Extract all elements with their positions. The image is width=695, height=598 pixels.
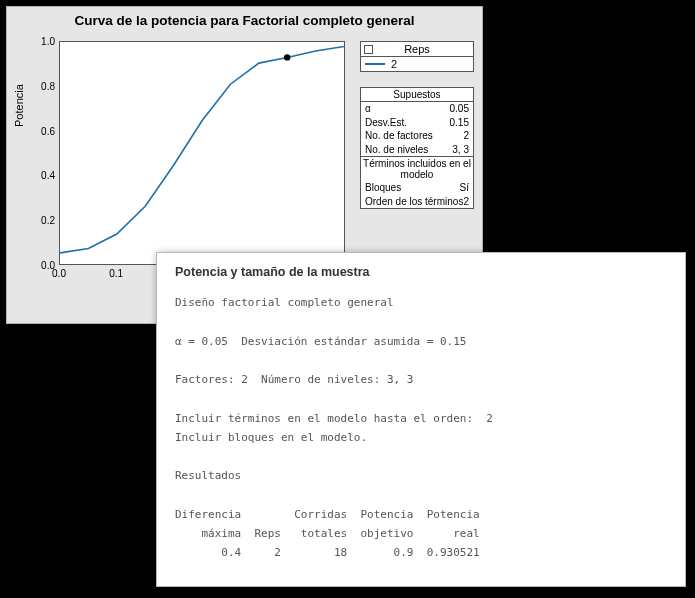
assumption-row: Desv.Est.0.15	[361, 116, 473, 130]
assumption-row: No. de factores2	[361, 129, 473, 143]
legend-square-icon	[364, 45, 373, 54]
plot-area	[59, 41, 345, 265]
legend-box: Reps 2	[360, 41, 474, 72]
assumptions-header: Supuestos	[361, 88, 473, 102]
assumption-value: 0.05	[450, 102, 469, 116]
model-terms-header: Términos incluidos en el modelo	[361, 156, 473, 181]
model-term-row: Orden de los términos2	[361, 195, 473, 209]
legend-entry-label: 2	[391, 58, 397, 70]
assumption-value: 3, 3	[452, 143, 469, 157]
power-curve-svg	[60, 42, 344, 264]
model-term-value: 2	[463, 195, 469, 209]
output-body: Diseño factorial completo general α = 0.…	[175, 293, 667, 563]
assumption-key: α	[365, 102, 371, 116]
y-tick-label: 0.4	[35, 170, 55, 181]
chart-title: Curva de la potencia para Factorial comp…	[7, 13, 482, 28]
model-term-key: Bloques	[365, 181, 401, 195]
model-term-value: Sí	[460, 181, 469, 195]
model-term-row: BloquesSí	[361, 181, 473, 195]
y-tick-label: 1.0	[35, 36, 55, 47]
assumption-row: α0.05	[361, 102, 473, 116]
legend-line-icon	[365, 63, 385, 65]
model-term-key: Orden de los términos	[365, 195, 463, 209]
output-panel: Potencia y tamaño de la muestra Diseño f…	[156, 252, 686, 587]
output-title: Potencia y tamaño de la muestra	[175, 265, 667, 279]
assumption-row: No. de niveles3, 3	[361, 143, 473, 157]
y-tick-label: 0.6	[35, 125, 55, 136]
assumption-key: No. de niveles	[365, 143, 428, 157]
assumptions-box: Supuestos α0.05Desv.Est.0.15No. de facto…	[360, 87, 474, 209]
output-text: Diseño factorial completo general α = 0.…	[175, 293, 667, 563]
assumption-value: 2	[463, 129, 469, 143]
assumption-value: 0.15	[450, 116, 469, 130]
y-tick-label: 0.2	[35, 215, 55, 226]
legend-title: Reps	[404, 43, 430, 55]
y-tick-label: 0.8	[35, 80, 55, 91]
x-tick-label: 0.0	[52, 268, 66, 279]
legend-header: Reps	[361, 42, 473, 57]
y-axis-label: Potencia	[13, 84, 25, 127]
legend-entry: 2	[361, 57, 473, 71]
marker-point	[284, 54, 290, 60]
x-tick-label: 0.1	[109, 268, 123, 279]
assumption-key: No. de factores	[365, 129, 433, 143]
assumption-key: Desv.Est.	[365, 116, 407, 130]
power-curve	[60, 46, 344, 252]
